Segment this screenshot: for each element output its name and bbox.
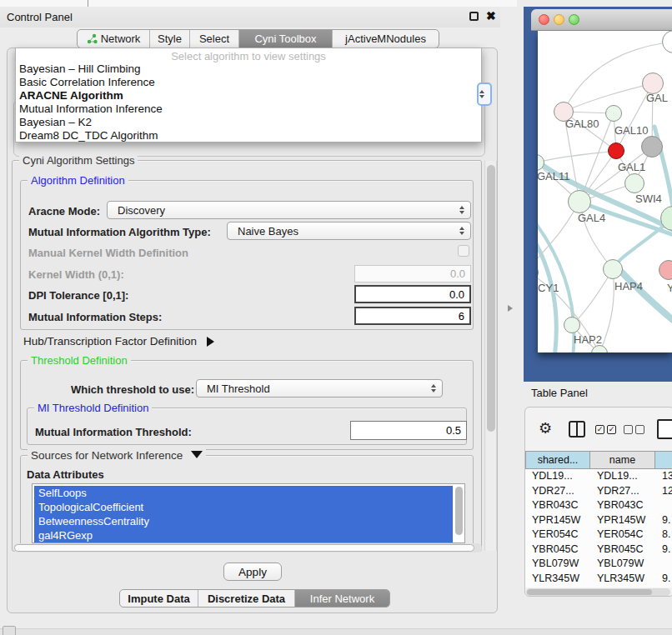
table-header: shared... name A (525, 451, 672, 469)
algorithm-dropdown-prompt: Select algorithm to view settings (16, 48, 481, 62)
table-row[interactable]: YPR145WYPR145W9. (525, 513, 672, 528)
sources-title-wrap: Sources for Network Inference (28, 449, 206, 462)
unchecked-box-icon (635, 425, 644, 434)
tab-network[interactable]: Network (78, 30, 150, 48)
aracne-mode-value: Discovery (118, 204, 165, 217)
node-label: GAL (646, 92, 668, 104)
splitter-arrow-icon[interactable] (508, 305, 513, 312)
network-node[interactable] (624, 173, 644, 193)
node-label: GAL4 (578, 212, 605, 224)
mi-algorithm-type-label: Mutual Information Algorithm Type: (28, 226, 211, 238)
tab-style[interactable]: Style (150, 30, 190, 48)
network-canvas[interactable]: GAL GAL80 GAL10 GAL1 GAL11 SWI4 GAL4 GCY… (538, 31, 672, 352)
mi-threshold-label: Mutual Information Threshold: (35, 426, 192, 438)
settings-vscrollbar-thumb[interactable] (487, 165, 495, 432)
attribute-item[interactable]: BetweennessCentrality (34, 514, 453, 528)
table-row[interactable]: YBR043CYBR043C (525, 498, 672, 513)
network-node[interactable] (608, 142, 624, 159)
attributes-scrollbar[interactable] (455, 487, 463, 535)
algorithm-option[interactable]: Bayesian – Hill Climbing (16, 62, 481, 76)
hub-definition-text: Hub/Transcription Factor Definition (23, 335, 197, 348)
manual-kernel-width-checkbox[interactable] (458, 245, 469, 257)
network-node[interactable] (641, 136, 663, 158)
network-node[interactable] (568, 190, 591, 213)
window-close-button[interactable] (539, 14, 549, 25)
tab-impute-data[interactable]: Impute Data (120, 590, 198, 607)
tab-jactivemnodules-label: jActiveMNodules (345, 32, 426, 45)
checked-box-icon: ✓ (595, 425, 604, 434)
disclosure-down-icon[interactable] (191, 451, 203, 458)
deselect-all-columns-icon[interactable] (624, 425, 644, 434)
table-row[interactable]: YBL079WYBL079W (525, 557, 672, 572)
tab-discretize-data[interactable]: Discretize Data (198, 590, 295, 607)
tab-network-label: Network (101, 32, 141, 45)
kernel-width-label: Kernel Width (0,1): (28, 268, 124, 281)
hub-definition-label[interactable]: Hub/Transcription Factor Definition (23, 335, 214, 348)
float-panel-icon[interactable] (469, 12, 479, 21)
show-columns-icon[interactable] (569, 421, 585, 438)
mi-algorithm-type-combo[interactable]: Naive Bayes (227, 222, 471, 240)
algorithm-option[interactable]: Mutual Information Inference (16, 102, 481, 116)
which-threshold-combo[interactable]: MI Threshold (196, 379, 443, 398)
unchecked-box-icon (624, 425, 633, 434)
settings-hscrollbar-thumb[interactable] (14, 544, 474, 552)
attribute-item[interactable]: TopologicalCoefficient (34, 500, 453, 514)
attribute-item[interactable]: gal4RGexp (34, 528, 453, 542)
attribute-item[interactable]: SelfLoops (34, 486, 453, 500)
table-settings-gear-icon[interactable]: ⚙ (539, 419, 552, 438)
table-row[interactable]: YBR045CYBR045C9. (525, 542, 672, 558)
tab-select[interactable]: Select (190, 30, 239, 48)
table-hscrollbar-thumb[interactable] (527, 589, 652, 595)
bottom-left-grip[interactable] (3, 626, 16, 635)
column-header-partial[interactable]: A (655, 451, 672, 469)
tab-discretize-data-label: Discretize Data (208, 592, 285, 605)
mi-threshold-definition-title: MI Threshold Definition (34, 402, 152, 414)
network-node[interactable] (564, 317, 580, 333)
algorithm-option-highlighted[interactable]: ARACNE Algorithm (16, 89, 481, 102)
select-all-columns-icon[interactable]: ✓ ✓ (595, 425, 616, 434)
top-strip-tick (88, 0, 88, 7)
export-table-icon[interactable] (657, 419, 672, 439)
table-row[interactable]: YER054CYER054C8. (525, 528, 672, 542)
node-label: GAL80 (565, 118, 599, 130)
table-row[interactable]: YDR27...YDR27...12 (525, 484, 672, 499)
table-row[interactable]: YIL052CYIL052C9 (525, 586, 672, 588)
algorithm-combo-fragment[interactable] (477, 82, 492, 106)
application-root: Control Panel ✖ Network Style Select Cyn… (0, 0, 672, 635)
apply-button[interactable]: Apply (223, 562, 282, 581)
aracne-mode-combo[interactable]: Discovery (107, 201, 471, 219)
network-node[interactable] (605, 105, 622, 122)
mi-algorithm-type-value: Naive Bayes (238, 225, 298, 238)
node-label: GAL1 (618, 161, 645, 173)
tab-infer-network-label: Infer Network (310, 592, 374, 605)
window-zoom-button[interactable] (569, 14, 579, 25)
mi-threshold-field[interactable] (350, 421, 467, 440)
algorithm-option[interactable]: Dream8 DC_TDC Algorithm (16, 129, 481, 142)
tab-jactivemnodules[interactable]: jActiveMNodules (333, 30, 439, 48)
network-window-titlebar[interactable] (531, 9, 672, 31)
column-header-name[interactable]: name (590, 451, 655, 469)
tab-select-label: Select (199, 32, 229, 45)
control-panel-title: Control Panel (7, 11, 73, 23)
manual-kernel-width-label: Manual Kernel Width Definition (28, 247, 188, 259)
algorithm-option[interactable]: Bayesian – K2 (16, 116, 481, 129)
data-attributes-list: SelfLoops TopologicalCoefficient Between… (32, 483, 465, 543)
node-label: HAP4 (614, 280, 643, 292)
column-header-shared-name[interactable]: shared... (525, 451, 590, 469)
algorithm-option[interactable]: Basic Correlation Inference (16, 76, 481, 89)
window-minimize-button[interactable] (554, 14, 564, 25)
combo-arrows-icon (479, 90, 484, 98)
top-strip (0, 0, 517, 7)
table-row[interactable]: YLR345WYLR345W9. (525, 572, 672, 587)
table-row[interactable]: YDL19...YDL19...13 (525, 469, 672, 484)
network-node[interactable] (603, 259, 623, 279)
disclosure-right-icon[interactable] (207, 337, 214, 347)
tab-cyni-toolbox[interactable]: Cyni Toolbox (239, 30, 333, 48)
mi-steps-field[interactable] (354, 307, 471, 325)
dpi-tolerance-field[interactable] (354, 285, 471, 303)
kernel-width-field[interactable] (354, 265, 471, 282)
mi-steps-label: Mutual Information Steps: (28, 311, 162, 323)
tab-infer-network[interactable]: Infer Network (295, 590, 389, 607)
algorithm-definition-title: Algorithm Definition (28, 174, 128, 187)
close-panel-icon[interactable]: ✖ (486, 9, 496, 22)
